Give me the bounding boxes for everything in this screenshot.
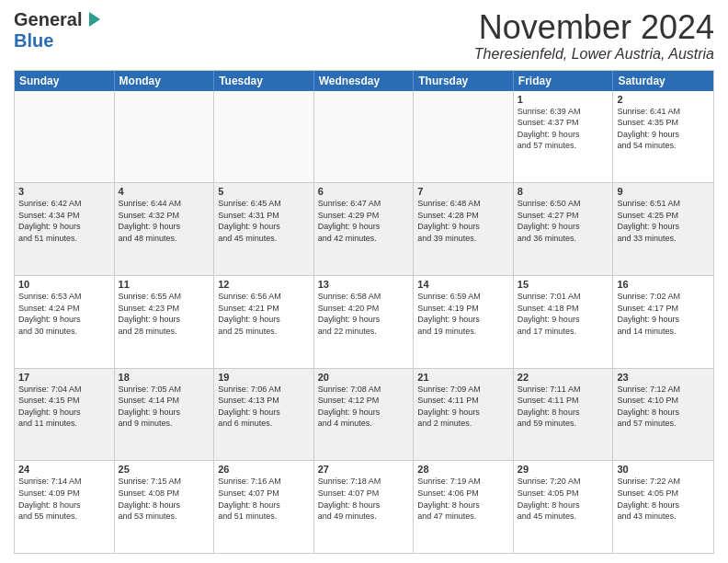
calendar-cell: 24Sunrise: 7:14 AM Sunset: 4:09 PM Dayli…: [15, 461, 115, 553]
day-number: 22: [518, 372, 609, 383]
header-tuesday: Tuesday: [214, 71, 314, 91]
day-info: Sunrise: 7:19 AM Sunset: 4:06 PM Dayligh…: [417, 476, 509, 522]
calendar-cell: 5Sunrise: 6:45 AM Sunset: 4:31 PM Daylig…: [214, 183, 314, 275]
logo-triangle-icon: [82, 10, 102, 30]
page: General Blue November 2024 Theresienfeld…: [0, 0, 728, 563]
day-info: Sunrise: 7:12 AM Sunset: 4:10 PM Dayligh…: [617, 384, 710, 430]
day-number: 27: [318, 464, 410, 475]
header-saturday: Saturday: [613, 71, 713, 91]
title-section: November 2024 Theresienfeld, Lower Austr…: [474, 9, 714, 63]
day-info: Sunrise: 6:59 AM Sunset: 4:19 PM Dayligh…: [417, 291, 509, 337]
calendar-cell: 16Sunrise: 7:02 AM Sunset: 4:17 PM Dayli…: [613, 276, 713, 368]
calendar-cell: 20Sunrise: 7:08 AM Sunset: 4:12 PM Dayli…: [314, 369, 415, 461]
day-info: Sunrise: 7:18 AM Sunset: 4:07 PM Dayligh…: [318, 476, 410, 522]
calendar-cell: 1Sunrise: 6:39 AM Sunset: 4:37 PM Daylig…: [514, 91, 614, 183]
calendar-body: 1Sunrise: 6:39 AM Sunset: 4:37 PM Daylig…: [15, 91, 713, 553]
day-info: Sunrise: 6:56 AM Sunset: 4:21 PM Dayligh…: [218, 291, 310, 337]
day-info: Sunrise: 7:22 AM Sunset: 4:05 PM Dayligh…: [617, 476, 710, 522]
day-number: 14: [417, 279, 509, 290]
day-number: 30: [617, 464, 710, 475]
day-number: 6: [318, 186, 410, 197]
day-number: 26: [218, 464, 310, 475]
day-info: Sunrise: 6:47 AM Sunset: 4:29 PM Dayligh…: [318, 198, 410, 244]
logo-blue: Blue: [14, 30, 53, 51]
header-sunday: Sunday: [15, 71, 115, 91]
header-friday: Friday: [514, 71, 614, 91]
day-info: Sunrise: 6:51 AM Sunset: 4:25 PM Dayligh…: [617, 198, 710, 244]
calendar-cell: [314, 91, 415, 183]
calendar-cell: 25Sunrise: 7:15 AM Sunset: 4:08 PM Dayli…: [115, 461, 215, 553]
logo-general: General: [14, 9, 82, 30]
calendar-week-2: 3Sunrise: 6:42 AM Sunset: 4:34 PM Daylig…: [15, 182, 713, 275]
day-info: Sunrise: 7:20 AM Sunset: 4:05 PM Dayligh…: [518, 476, 609, 522]
calendar-cell: 9Sunrise: 6:51 AM Sunset: 4:25 PM Daylig…: [613, 183, 713, 275]
day-info: Sunrise: 7:08 AM Sunset: 4:12 PM Dayligh…: [318, 384, 410, 430]
calendar-cell: 14Sunrise: 6:59 AM Sunset: 4:19 PM Dayli…: [414, 276, 514, 368]
calendar-cell: 28Sunrise: 7:19 AM Sunset: 4:06 PM Dayli…: [414, 461, 514, 553]
day-number: 18: [119, 372, 210, 383]
header: General Blue November 2024 Theresienfeld…: [14, 9, 714, 63]
calendar-header: Sunday Monday Tuesday Wednesday Thursday…: [15, 71, 713, 91]
day-number: 7: [417, 186, 509, 197]
calendar-cell: 10Sunrise: 6:53 AM Sunset: 4:24 PM Dayli…: [15, 276, 115, 368]
calendar-cell: 3Sunrise: 6:42 AM Sunset: 4:34 PM Daylig…: [15, 183, 115, 275]
calendar-cell: 30Sunrise: 7:22 AM Sunset: 4:05 PM Dayli…: [613, 461, 713, 553]
day-info: Sunrise: 6:45 AM Sunset: 4:31 PM Dayligh…: [218, 198, 310, 244]
calendar-cell: 6Sunrise: 6:47 AM Sunset: 4:29 PM Daylig…: [314, 183, 415, 275]
header-thursday: Thursday: [414, 71, 514, 91]
calendar-cell: 26Sunrise: 7:16 AM Sunset: 4:07 PM Dayli…: [214, 461, 314, 553]
day-number: 4: [119, 186, 210, 197]
day-number: 8: [518, 186, 609, 197]
day-info: Sunrise: 7:14 AM Sunset: 4:09 PM Dayligh…: [18, 476, 110, 522]
day-info: Sunrise: 7:02 AM Sunset: 4:17 PM Dayligh…: [617, 291, 710, 337]
calendar-cell: 19Sunrise: 7:06 AM Sunset: 4:13 PM Dayli…: [214, 369, 314, 461]
calendar-cell: 7Sunrise: 6:48 AM Sunset: 4:28 PM Daylig…: [414, 183, 514, 275]
day-number: 15: [518, 279, 609, 290]
day-number: 5: [218, 186, 310, 197]
calendar-cell: 13Sunrise: 6:58 AM Sunset: 4:20 PM Dayli…: [314, 276, 415, 368]
calendar-week-4: 17Sunrise: 7:04 AM Sunset: 4:15 PM Dayli…: [15, 368, 713, 461]
day-info: Sunrise: 6:50 AM Sunset: 4:27 PM Dayligh…: [518, 198, 609, 244]
day-number: 25: [119, 464, 210, 475]
day-number: 1: [518, 94, 609, 105]
logo: General Blue: [14, 9, 102, 52]
day-info: Sunrise: 6:48 AM Sunset: 4:28 PM Dayligh…: [417, 198, 509, 244]
day-number: 19: [218, 372, 310, 383]
day-info: Sunrise: 7:01 AM Sunset: 4:18 PM Dayligh…: [518, 291, 609, 337]
day-number: 21: [417, 372, 509, 383]
day-number: 28: [417, 464, 509, 475]
day-number: 2: [617, 94, 710, 105]
day-number: 16: [617, 279, 710, 290]
calendar-cell: 29Sunrise: 7:20 AM Sunset: 4:05 PM Dayli…: [514, 461, 614, 553]
day-number: 11: [119, 279, 210, 290]
calendar-cell: 2Sunrise: 6:41 AM Sunset: 4:35 PM Daylig…: [613, 91, 713, 183]
day-info: Sunrise: 7:09 AM Sunset: 4:11 PM Dayligh…: [417, 384, 509, 430]
calendar: Sunday Monday Tuesday Wednesday Thursday…: [14, 70, 714, 554]
calendar-cell: 23Sunrise: 7:12 AM Sunset: 4:10 PM Dayli…: [613, 369, 713, 461]
calendar-cell: [115, 91, 215, 183]
calendar-cell: 22Sunrise: 7:11 AM Sunset: 4:11 PM Dayli…: [514, 369, 614, 461]
day-number: 13: [318, 279, 410, 290]
day-number: 24: [18, 464, 110, 475]
day-info: Sunrise: 7:11 AM Sunset: 4:11 PM Dayligh…: [518, 384, 609, 430]
location-title: Theresienfeld, Lower Austria, Austria: [474, 46, 714, 63]
day-number: 20: [318, 372, 410, 383]
calendar-cell: 21Sunrise: 7:09 AM Sunset: 4:11 PM Dayli…: [414, 369, 514, 461]
month-title: November 2024: [474, 9, 714, 46]
header-wednesday: Wednesday: [314, 71, 415, 91]
day-number: 10: [18, 279, 110, 290]
calendar-cell: 4Sunrise: 6:44 AM Sunset: 4:32 PM Daylig…: [115, 183, 215, 275]
day-info: Sunrise: 6:41 AM Sunset: 4:35 PM Dayligh…: [617, 106, 710, 152]
day-info: Sunrise: 7:15 AM Sunset: 4:08 PM Dayligh…: [119, 476, 210, 522]
day-info: Sunrise: 6:39 AM Sunset: 4:37 PM Dayligh…: [518, 106, 609, 152]
day-info: Sunrise: 7:04 AM Sunset: 4:15 PM Dayligh…: [18, 384, 110, 430]
calendar-cell: [214, 91, 314, 183]
day-info: Sunrise: 6:53 AM Sunset: 4:24 PM Dayligh…: [18, 291, 110, 337]
svg-marker-0: [89, 12, 100, 27]
calendar-week-3: 10Sunrise: 6:53 AM Sunset: 4:24 PM Dayli…: [15, 275, 713, 368]
calendar-cell: 11Sunrise: 6:55 AM Sunset: 4:23 PM Dayli…: [115, 276, 215, 368]
day-info: Sunrise: 7:05 AM Sunset: 4:14 PM Dayligh…: [119, 384, 210, 430]
calendar-cell: 15Sunrise: 7:01 AM Sunset: 4:18 PM Dayli…: [514, 276, 614, 368]
day-info: Sunrise: 6:44 AM Sunset: 4:32 PM Dayligh…: [119, 198, 210, 244]
calendar-cell: [15, 91, 115, 183]
